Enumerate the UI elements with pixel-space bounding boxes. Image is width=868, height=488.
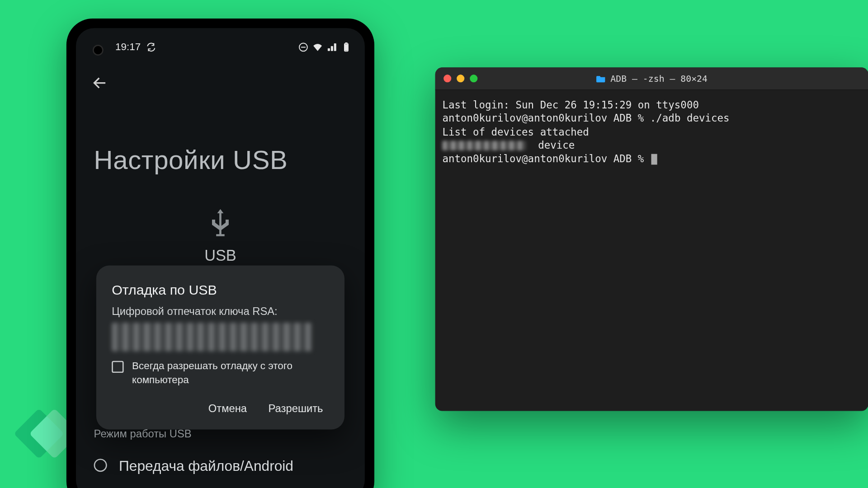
dialog-subtitle: Цифровой отпечаток ключа RSA: (112, 305, 329, 318)
device-serial-redacted (442, 141, 526, 150)
status-time: 19:17 (115, 41, 141, 53)
command-text: ./adb devices (650, 113, 730, 124)
terminal-line: anton0kurilov@anton0kurilov ADB % ./adb … (442, 112, 861, 126)
option-file-transfer-label: Передача файлов/Android (119, 456, 293, 476)
radio-file-transfer[interactable] (94, 459, 107, 472)
dialog-title: Отладка по USB (112, 282, 329, 298)
status-bar: 19:17 (76, 41, 365, 53)
window-controls (443, 75, 477, 82)
cancel-button[interactable]: Отмена (206, 399, 249, 419)
prompt: anton0kurilov@anton0kurilov ADB % (442, 113, 650, 124)
allow-button[interactable]: Разрешить (266, 399, 325, 419)
terminal-line: device (442, 139, 861, 152)
terminal-line: Last login: Sun Dec 26 19:15:29 on ttys0… (442, 99, 861, 112)
usb-debug-dialog: Отладка по USB Цифровой отпечаток ключа … (96, 266, 344, 430)
option-file-transfer[interactable]: Передача файлов/Android (94, 456, 347, 476)
always-allow-row[interactable]: Всегда разрешать отладку с этого компьют… (112, 360, 329, 387)
terminal-title: ADB — -zsh — 80×24 (435, 73, 868, 84)
background-logo (19, 406, 72, 460)
terminal-line: List of devices attached (442, 125, 861, 139)
back-button[interactable] (91, 75, 108, 91)
terminal-title-text: ADB — -zsh — 80×24 (610, 73, 708, 84)
usb-label: USB (76, 246, 365, 265)
minimize-window-button[interactable] (457, 75, 464, 82)
terminal-window: ADB — -zsh — 80×24 Last login: Sun Dec 2… (435, 67, 868, 411)
usb-header-block: USB (76, 207, 365, 265)
close-window-button[interactable] (443, 75, 451, 82)
zoom-window-button[interactable] (470, 75, 477, 82)
svg-rect-4 (345, 44, 347, 50)
folder-icon (596, 74, 606, 82)
phone-frame: 19:17 (66, 19, 374, 488)
page-title: Настройки USB (94, 145, 288, 175)
svg-rect-3 (345, 43, 347, 44)
sync-icon (146, 42, 156, 53)
prompt: anton0kurilov@anton0kurilov ADB % (442, 153, 650, 164)
usb-mode-section-label: Режим работы USB (94, 428, 192, 441)
device-status: device (526, 139, 575, 151)
always-allow-checkbox[interactable] (112, 361, 123, 373)
usb-icon (207, 207, 234, 240)
terminal-body[interactable]: Last login: Sun Dec 26 19:15:29 on ttys0… (435, 90, 868, 174)
do-not-disturb-icon (298, 42, 309, 53)
terminal-titlebar[interactable]: ADB — -zsh — 80×24 (435, 67, 868, 90)
rsa-fingerprint-redacted (112, 323, 311, 351)
terminal-cursor (651, 154, 657, 164)
phone-screen: 19:17 (76, 28, 365, 488)
always-allow-label: Всегда разрешать отладку с этого компьют… (132, 360, 329, 387)
wifi-icon (312, 42, 323, 53)
battery-icon (341, 42, 352, 53)
cellular-icon (326, 42, 337, 53)
terminal-line: anton0kurilov@anton0kurilov ADB % (442, 152, 861, 165)
